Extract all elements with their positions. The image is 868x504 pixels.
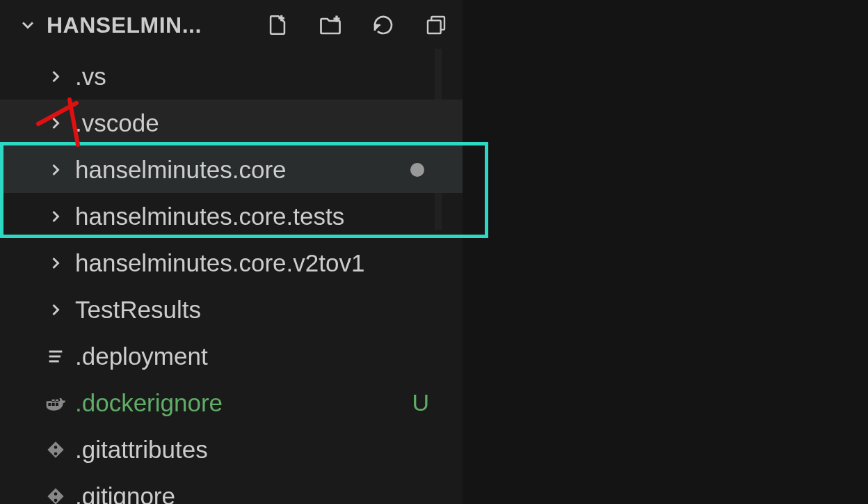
- folder-row-hanselminutes-core-tests[interactable]: hanselminutes.core.tests: [0, 193, 463, 239]
- folder-label: hanselminutes.core.v2tov1: [75, 249, 364, 277]
- chevron-down-icon: [17, 15, 38, 36]
- file-label: .dockerignore: [75, 389, 223, 417]
- chevron-right-icon: [42, 113, 70, 133]
- explorer-panel: HANSELMIN...: [0, 0, 463, 504]
- folder-label: .vs: [75, 63, 106, 90]
- file-row-deployment[interactable]: .deployment: [0, 333, 463, 379]
- collapse-all-icon[interactable]: [424, 13, 449, 38]
- file-label: .gitattributes: [75, 436, 208, 464]
- file-tree: .vs .vscode hanselminutes.core: [0, 50, 463, 504]
- file-label: .deployment: [75, 342, 208, 370]
- chevron-right-icon: [42, 300, 70, 320]
- refresh-icon[interactable]: [371, 13, 396, 38]
- svg-rect-4: [428, 20, 441, 33]
- workspace-title: HANSELMIN...: [47, 13, 202, 38]
- git-status-badge: U: [412, 389, 429, 416]
- folder-label: TestResults: [75, 296, 201, 324]
- folder-row-hanselminutes-core-v2tov1[interactable]: hanselminutes.core.v2tov1: [0, 239, 463, 286]
- folder-row-hanselminutes-core[interactable]: hanselminutes.core: [0, 146, 463, 193]
- new-file-icon[interactable]: [265, 13, 290, 38]
- file-row-dockerignore[interactable]: .dockerignore U: [0, 379, 463, 426]
- chevron-right-icon: [42, 253, 70, 273]
- folder-row-vscode[interactable]: .vscode: [0, 100, 463, 146]
- folder-label: hanselminutes.core: [75, 156, 287, 184]
- chevron-right-icon: [42, 207, 70, 226]
- chevron-right-icon: [42, 67, 70, 86]
- file-row-gitignore[interactable]: .gitignore: [0, 473, 463, 504]
- folder-row-testresults[interactable]: TestResults: [0, 286, 463, 333]
- chevron-right-icon: [42, 160, 70, 180]
- header-title-group[interactable]: HANSELMIN...: [17, 13, 265, 38]
- folder-label: .vscode: [75, 109, 159, 137]
- explorer-toolbar: [265, 13, 449, 38]
- git-file-icon: [42, 487, 70, 505]
- lines-file-icon: [42, 347, 70, 366]
- git-file-icon: [42, 440, 70, 459]
- explorer-header: HANSELMIN...: [0, 0, 463, 50]
- modified-indicator-dot: [410, 163, 424, 177]
- file-row-gitattributes[interactable]: .gitattributes: [0, 426, 463, 473]
- folder-label: hanselminutes.core.tests: [75, 203, 344, 230]
- folder-row-vs[interactable]: .vs: [0, 53, 463, 100]
- file-label: .gitignore: [75, 482, 175, 505]
- docker-file-icon: [42, 392, 70, 414]
- new-folder-icon[interactable]: [318, 13, 343, 38]
